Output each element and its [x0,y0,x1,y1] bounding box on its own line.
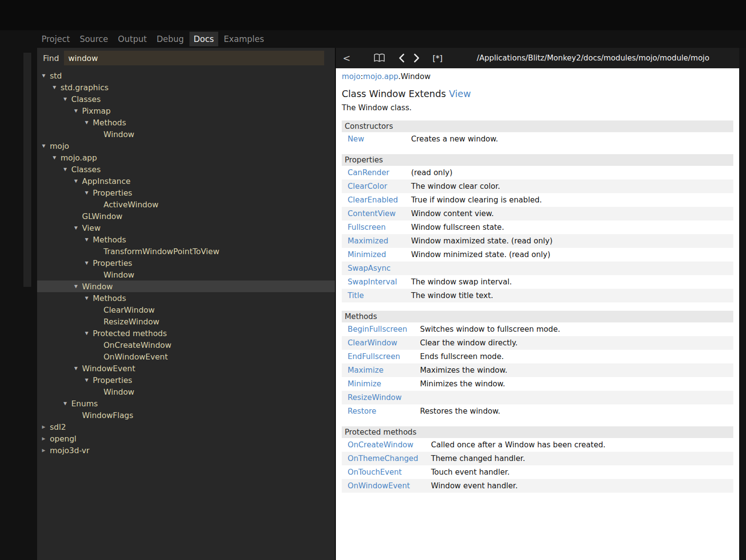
collapse-arrow-icon[interactable]: ▼ [63,97,71,101]
tree-item-mojo.app[interactable]: ▼mojo.app [37,152,335,163]
doc-link[interactable]: CanRender [342,166,411,180]
find-input[interactable] [64,51,324,65]
doc-link[interactable]: ClearEnabled [342,193,411,207]
tree-item-window[interactable]: Window [37,386,335,398]
collapse-arrow-icon[interactable]: ▼ [74,225,82,230]
doc-link[interactable]: ClearColor [342,180,411,193]
tree-item-appinstance[interactable]: ▼AppInstance [37,175,335,187]
tree-item-onwindowevent[interactable]: OnWindowEvent [37,351,335,362]
doc-link[interactable]: BeginFullscreen [342,322,420,336]
tree-item-activewindow[interactable]: ActiveWindow [37,199,335,210]
tree-item-oncreatewindow[interactable]: OnCreateWindow [37,339,335,351]
doc-link[interactable]: OnTouchEvent [342,465,431,479]
tree-item-methods[interactable]: ▼Methods [37,234,335,245]
tree-item-std[interactable]: ▼std [37,70,335,81]
tree-item-properties[interactable]: ▼Properties [37,187,335,199]
doc-link[interactable]: Fullscreen [342,220,411,234]
collapse-arrow-icon[interactable]: ▼ [74,108,82,113]
breadcrumb-link[interactable]: mojo [342,72,360,81]
collapse-arrow-icon[interactable]: ▼ [85,260,93,265]
back-button[interactable]: < [343,53,351,63]
tree-item-label: ClearWindow [104,305,155,315]
nav-back-button[interactable] [398,53,405,63]
collapse-arrow-icon[interactable]: ▼ [42,73,50,78]
collapse-arrow-icon[interactable]: ▼ [85,331,93,336]
doc-link[interactable]: OnWindowEvent [342,479,431,493]
tree-item-methods[interactable]: ▼Methods [37,292,335,304]
tree-item-clearwindow[interactable]: ClearWindow [37,304,335,316]
collapse-arrow-icon[interactable]: ▼ [53,85,61,90]
collapse-arrow-icon[interactable]: ▼ [85,296,93,300]
tab-debug[interactable]: Debug [152,32,188,46]
tree-item-view[interactable]: ▼View [37,222,335,234]
doc-scrollbar-track[interactable] [739,48,746,560]
doc-link[interactable]: EndFullscreen [342,350,420,363]
tree-item-classes[interactable]: ▼Classes [37,93,335,105]
doc-link[interactable]: OnThemeChanged [342,452,431,465]
star-button[interactable]: [*] [433,54,442,63]
tree-item-resizewindow[interactable]: ResizeWindow [37,316,335,327]
doc-link[interactable]: New [342,132,411,146]
tree-item-std.graphics[interactable]: ▼std.graphics [37,81,335,93]
tree-item-methods[interactable]: ▼Methods [37,117,335,128]
tab-examples[interactable]: Examples [219,32,269,46]
doc-link[interactable]: SwapAsync [342,261,411,275]
tab-output[interactable]: Output [114,32,151,46]
tree-item-protected methods[interactable]: ▼Protected methods [37,327,335,339]
home-docs-button[interactable] [373,53,386,63]
tree-item-enums[interactable]: ▼Enums [37,398,335,409]
collapse-arrow-icon[interactable]: ▼ [74,179,82,183]
tree-item-glwindow[interactable]: GLWindow [37,210,335,222]
doc-link[interactable]: ResizeWindow [342,391,420,404]
doc-table: CanRender(read only)ClearColorThe window… [342,166,733,302]
table-row: OnThemeChangedTheme changed handler. [342,452,733,465]
tree-item-sdl2[interactable]: ▶sdl2 [37,421,335,433]
doc-link[interactable]: Maximize [342,363,420,377]
tree-item-window[interactable]: ▼Window [37,280,335,292]
tree-item-classes[interactable]: ▼Classes [37,163,335,175]
doc-link[interactable]: SwapInterval [342,275,411,289]
expand-arrow-icon[interactable]: ▶ [42,436,50,441]
tree-item-windowflags[interactable]: WindowFlags [37,409,335,421]
tree-item-properties[interactable]: ▼Properties [37,374,335,386]
doc-description: Window fullscreen state. [411,220,733,234]
doc-link[interactable]: Minimized [342,248,411,261]
collapse-arrow-icon[interactable]: ▼ [74,366,82,371]
collapse-arrow-icon[interactable]: ▼ [63,401,71,406]
tree-item-mojo3d-vr[interactable]: ▶mojo3d-vr [37,444,335,456]
collapse-arrow-icon[interactable]: ▼ [42,143,50,148]
doc-link[interactable]: Title [342,289,411,302]
doc-link[interactable]: ClearWindow [342,336,420,350]
tree-item-opengl[interactable]: ▶opengl [37,433,335,444]
collapse-arrow-icon[interactable]: ▼ [85,378,93,382]
collapse-arrow-icon[interactable]: ▼ [85,237,93,242]
collapse-arrow-icon[interactable]: ▼ [63,167,71,172]
collapse-arrow-icon[interactable]: ▼ [85,120,93,125]
doc-link[interactable]: ContentView [342,207,411,220]
tree-item-pixmap[interactable]: ▼Pixmap [37,105,335,117]
nav-forward-button[interactable] [414,53,420,63]
tree-item-transformwindowpointtoview[interactable]: TransformWindowPointToView [37,245,335,257]
doc-link[interactable]: Maximized [342,234,411,248]
tree-item-label: std.graphics [61,83,108,92]
gutter-scrollbar[interactable] [23,53,31,287]
collapse-arrow-icon[interactable]: ▼ [85,190,93,195]
collapse-arrow-icon[interactable]: ▼ [53,155,61,160]
tab-source[interactable]: Source [75,32,112,46]
tree-item-windowevent[interactable]: ▼WindowEvent [37,362,335,374]
collapse-arrow-icon[interactable]: ▼ [74,284,82,289]
doc-link[interactable]: Minimize [342,377,420,391]
tree-item-properties[interactable]: ▼Properties [37,257,335,269]
expand-arrow-icon[interactable]: ▶ [42,424,50,429]
doc-description: Theme changed handler. [431,452,733,465]
tree-item-mojo[interactable]: ▼mojo [37,140,335,152]
tree-item-window[interactable]: Window [37,128,335,140]
doc-link[interactable]: OnCreateWindow [342,438,431,452]
tab-project[interactable]: Project [37,32,74,46]
tree-item-window[interactable]: Window [37,269,335,280]
expand-arrow-icon[interactable]: ▶ [42,448,50,453]
breadcrumb-link[interactable]: mojo.app [363,72,398,81]
tab-docs[interactable]: Docs [189,32,219,46]
doc-link[interactable]: Restore [342,404,420,418]
extends-view-link[interactable]: View [449,88,471,99]
